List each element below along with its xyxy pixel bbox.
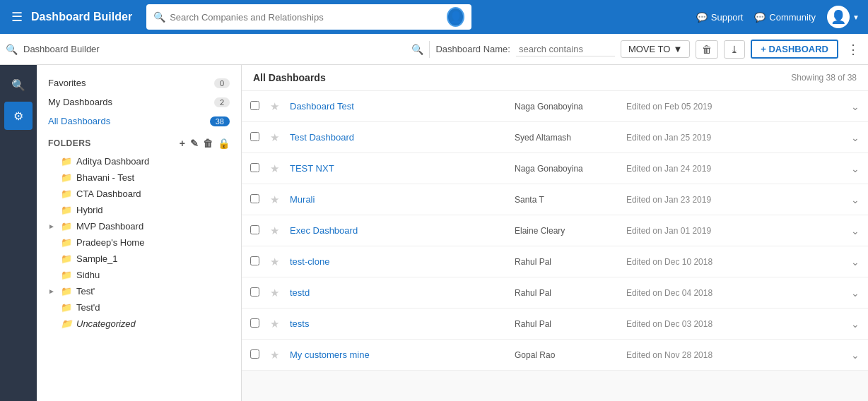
folder-name: Pradeep's Home	[76, 237, 144, 248]
folder-item[interactable]: ► 📁 MVP Dashboard	[37, 218, 241, 234]
folder-item[interactable]: 📁 Hybrid	[37, 202, 241, 218]
folder-item[interactable]: 📁 CTA Dashboard	[37, 186, 241, 202]
sidebar-search-icon[interactable]: 🔍	[6, 44, 18, 55]
folder-item[interactable]: 📁 Uncategorized	[37, 316, 241, 332]
chevron-down-icon: ▼	[673, 44, 682, 54]
row-checkbox[interactable]	[250, 256, 259, 265]
row-checkbox-cell[interactable]	[250, 225, 264, 237]
dashboard-name-link[interactable]: TEST NXT	[290, 163, 509, 174]
filter-all-dashboards[interactable]: All Dashboards 38	[37, 112, 241, 131]
global-search-input[interactable]	[170, 12, 442, 23]
folder-item[interactable]: ► 📁 Test'	[37, 283, 241, 299]
row-checkbox[interactable]	[250, 194, 259, 203]
edit-folder-icon[interactable]: ✎	[190, 138, 199, 149]
folder-item[interactable]: 📁 Sample_1	[37, 251, 241, 267]
row-checkbox[interactable]	[250, 225, 259, 234]
row-checkbox-cell[interactable]	[250, 101, 264, 112]
folder-expand-icon: ►	[48, 287, 57, 295]
showing-count: Showing 38 of 38	[791, 73, 857, 83]
favorite-star[interactable]: ★	[270, 193, 284, 206]
row-expand-button[interactable]: ⌄	[851, 318, 860, 330]
row-checkbox-cell[interactable]	[250, 163, 264, 174]
search-sm-button[interactable]: 🔍	[411, 44, 423, 55]
table-row: ★ test-clone Rahul Pal Edited on Dec 10 …	[242, 246, 868, 277]
user-menu[interactable]: 👤 ▼	[827, 6, 860, 28]
row-checkbox[interactable]	[250, 349, 259, 359]
row-checkbox[interactable]	[250, 287, 259, 297]
row-expand-button[interactable]: ⌄	[851, 163, 860, 174]
favorite-star[interactable]: ★	[270, 318, 284, 330]
row-checkbox[interactable]	[250, 132, 259, 141]
dashboard-list: ★ Dashboard Test Naga Gonaboyina Edited …	[242, 91, 868, 401]
favorite-star[interactable]: ★	[270, 256, 284, 268]
db-name-search-input[interactable]	[516, 42, 615, 56]
dashboard-name-link[interactable]: test-clone	[290, 256, 509, 267]
row-checkbox-cell[interactable]	[250, 318, 264, 330]
folder-icon: 📁	[61, 253, 72, 264]
add-dashboard-button[interactable]: + DASHBOARD	[751, 40, 838, 59]
row-expand-button[interactable]: ⌄	[851, 287, 860, 299]
add-folder-icon[interactable]: +	[180, 138, 186, 149]
folder-item[interactable]: 📁 Sidhu	[37, 267, 241, 283]
favorite-star[interactable]: ★	[270, 100, 284, 113]
sidebar-icon-settings[interactable]: ⚙	[4, 102, 33, 130]
community-link[interactable]: 💬 Community	[754, 12, 816, 23]
filter-favorites[interactable]: Favorites 0	[37, 73, 241, 92]
dashboard-name-link[interactable]: testd	[290, 287, 509, 298]
dashboard-name-link[interactable]: Murali	[290, 194, 509, 205]
move-to-button[interactable]: MOVE TO ▼	[621, 40, 690, 58]
dashboard-name-link[interactable]: Exec Dashboard	[290, 225, 509, 236]
folder-item[interactable]: 📁 Bhavani - Test	[37, 169, 241, 186]
row-expand-button[interactable]: ⌄	[851, 194, 860, 205]
dashboard-name-link[interactable]: Dashboard Test	[290, 101, 509, 112]
more-options-button[interactable]: ⋮	[844, 39, 862, 60]
export-button[interactable]: ⤓	[724, 40, 745, 59]
folder-name: Bhavani - Test	[76, 172, 134, 183]
row-expand-button[interactable]: ⌄	[851, 349, 860, 361]
hamburger-menu[interactable]: ☰	[8, 6, 25, 28]
folder-item[interactable]: 📁 Pradeep's Home	[37, 234, 241, 251]
row-expand-button[interactable]: ⌄	[851, 132, 860, 143]
folder-item[interactable]: 📁 Test'd	[37, 299, 241, 316]
row-expand-button[interactable]: ⌄	[851, 256, 860, 268]
folder-item[interactable]: 📁 Aditya Dashboard	[37, 153, 241, 169]
row-checkbox-cell[interactable]	[250, 256, 264, 268]
table-row: ★ TEST NXT Naga Gonaboyina Edited on Jan…	[242, 153, 868, 184]
dashboard-edit-date: Edited on Jan 01 2019	[626, 226, 845, 236]
favorite-star[interactable]: ★	[270, 287, 284, 299]
folder-name: Test'	[76, 286, 95, 297]
favorite-star[interactable]: ★	[270, 225, 284, 237]
global-search-bar[interactable]: 🔍 👤	[146, 4, 471, 30]
row-checkbox-cell[interactable]	[250, 349, 264, 361]
row-checkbox[interactable]	[250, 101, 259, 110]
dashboard-name-link[interactable]: tests	[290, 318, 509, 329]
filter-my-dashboards[interactable]: My Dashboards 2	[37, 92, 241, 112]
table-row: ★ Test Dashboard Syed Altamash Edited on…	[242, 122, 868, 153]
row-expand-button[interactable]: ⌄	[851, 101, 860, 112]
search-icon: 🔍	[153, 11, 165, 23]
dashboard-name-link[interactable]: Test Dashboard	[290, 132, 509, 143]
row-checkbox[interactable]	[250, 163, 259, 172]
all-dashboards-title: All Dashboards	[253, 72, 326, 83]
row-checkbox-cell[interactable]	[250, 194, 264, 205]
dashboard-edit-date: Edited on Dec 10 2018	[626, 257, 845, 267]
favorite-star[interactable]: ★	[270, 162, 284, 175]
row-checkbox[interactable]	[250, 318, 259, 328]
folder-name: MVP Dashboard	[76, 221, 143, 232]
favorite-star[interactable]: ★	[270, 131, 284, 144]
sidebar-icon-search[interactable]: 🔍	[4, 71, 33, 99]
lock-folder-icon[interactable]: 🔒	[218, 138, 230, 149]
dashboard-owner: Santa T	[515, 195, 621, 205]
dashboard-owner: Rahul Pal	[515, 288, 621, 298]
delete-button[interactable]: 🗑	[696, 40, 718, 59]
row-checkbox-cell[interactable]	[250, 287, 264, 299]
delete-folder-icon[interactable]: 🗑	[203, 138, 213, 149]
community-icon: 💬	[754, 12, 766, 23]
row-checkbox-cell[interactable]	[250, 132, 264, 143]
support-link[interactable]: 💬 Support	[696, 12, 744, 23]
folder-icon: 📁	[61, 270, 72, 280]
table-row: ★ tests Rahul Pal Edited on Dec 03 2018 …	[242, 309, 868, 340]
favorite-star[interactable]: ★	[270, 349, 284, 361]
dashboard-name-link[interactable]: My customers mine	[290, 349, 509, 360]
row-expand-button[interactable]: ⌄	[851, 225, 860, 237]
